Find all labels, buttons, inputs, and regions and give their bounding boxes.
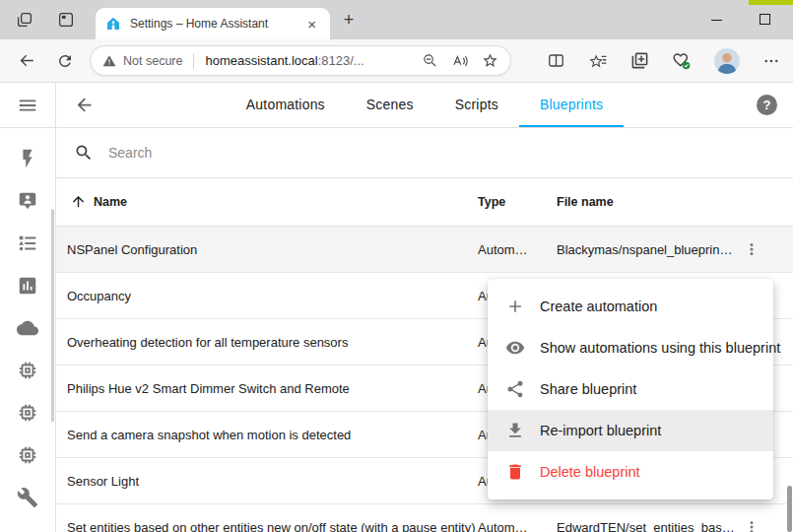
row-name: Overheating detection for all temperatur…: [67, 335, 348, 350]
menu-item-label: Show automations using this blueprint: [540, 340, 780, 356]
ha-main: Automations Scenes Scripts Blueprints ?: [56, 83, 793, 532]
table-row[interactable]: Set entities based on other entities new…: [56, 504, 793, 532]
search-input[interactable]: [108, 145, 502, 161]
chip-icon-2[interactable]: [17, 402, 38, 424]
help-button[interactable]: ?: [757, 95, 777, 115]
address-divider: [193, 53, 194, 69]
menu-item-share-blueprint[interactable]: Share blueprint: [488, 368, 773, 410]
sidebar-scrollbar-thumb[interactable]: [51, 209, 54, 422]
ha-sidebar: [0, 83, 56, 532]
row-name: Philips Hue v2 Smart Dimmer Switch and R…: [67, 381, 350, 396]
url-host: homeassistant.local: [205, 53, 317, 68]
row-name: Send a camera snapshot when motion is de…: [67, 428, 351, 442]
bulleted-list-icon[interactable]: [17, 233, 38, 254]
row-name: Occupancy: [67, 289, 131, 303]
security-label: Not secure: [123, 54, 182, 68]
favorites-icon[interactable]: [588, 51, 608, 71]
tab-scenes[interactable]: Scenes: [346, 83, 434, 127]
row-name: NSPanel Configuration: [67, 242, 197, 257]
tab-scripts[interactable]: Scripts: [434, 83, 519, 127]
new-tab-button[interactable]: +: [336, 8, 362, 33]
lightning-bolt-icon[interactable]: [17, 148, 38, 169]
search-row: [56, 128, 793, 178]
badge-account-icon[interactable]: [17, 190, 38, 212]
table-header: Name Type File name: [56, 178, 793, 227]
row-overflow-menu-icon[interactable]: [743, 240, 760, 258]
browser-toolbar: Not secure homeassistant.local :8123/...: [0, 39, 793, 83]
window-maximize-button[interactable]: [760, 14, 770, 25]
row-file: Blackymas/nspanel_blueprin…: [557, 242, 732, 257]
browser-window: Settings – Home Assistant × + Not secu: [0, 0, 793, 532]
menu-item-label: Create automation: [540, 299, 657, 314]
tab-close-icon[interactable]: ×: [303, 16, 320, 33]
ellipsis-icon[interactable]: [762, 52, 780, 70]
row-file: EdwardTEN/set_entities_bas…: [557, 520, 735, 532]
row-type: Autom…: [478, 242, 528, 257]
back-button[interactable]: [18, 51, 36, 70]
menu-item-show-automations[interactable]: Show automations using this blueprint: [488, 327, 773, 368]
home-assistant-favicon: [105, 16, 121, 32]
menu-item-label: Re-import blueprint: [540, 423, 661, 438]
column-header-name[interactable]: Name: [94, 195, 127, 209]
tab-automations[interactable]: Automations: [226, 83, 346, 127]
window-minimize-button[interactable]: [711, 20, 722, 21]
row-name: Set entities based on other entities new…: [67, 520, 476, 532]
wrench-icon[interactable]: [17, 487, 38, 508]
menu-item-label: Delete blueprint: [540, 464, 640, 480]
trash-icon: [505, 462, 525, 482]
column-header-type[interactable]: Type: [478, 195, 505, 209]
page-scrollbar-thumb[interactable]: [787, 486, 792, 532]
collections-icon[interactable]: [630, 51, 649, 70]
vertical-tabs-icon[interactable]: [57, 11, 75, 29]
split-screen-icon[interactable]: [547, 51, 565, 70]
refresh-button[interactable]: [56, 52, 74, 70]
share-icon: [505, 379, 525, 399]
ha-tab-bar: Automations Scenes Scripts Blueprints: [226, 83, 624, 127]
ha-back-arrow-icon[interactable]: [74, 95, 95, 115]
chip-icon-3[interactable]: [17, 444, 38, 466]
menu-item-delete-blueprint[interactable]: Delete blueprint: [488, 451, 773, 493]
screen-corner-strip: [749, 0, 793, 5]
home-assistant-page: Automations Scenes Scripts Blueprints ?: [0, 83, 793, 532]
read-aloud-icon[interactable]: [451, 52, 469, 70]
url-path: :8123/...: [318, 53, 364, 68]
download-icon: [505, 421, 525, 440]
add-favorite-star-icon[interactable]: [482, 52, 498, 69]
sidebar-menu-button[interactable]: [0, 83, 55, 128]
sort-arrow-up-icon[interactable]: [70, 193, 87, 210]
zoom-out-icon[interactable]: [422, 52, 438, 69]
search-icon: [74, 143, 94, 163]
row-overflow-menu-icon[interactable]: [743, 518, 760, 532]
not-secure-icon: [102, 54, 116, 68]
menu-item-create-automation[interactable]: Create automation: [488, 286, 773, 327]
tab-actions-icon[interactable]: [16, 11, 33, 29]
bar-chart-box-icon[interactable]: [17, 275, 38, 297]
eye-icon: [505, 338, 525, 358]
browser-essentials-icon[interactable]: [672, 51, 692, 71]
row-type: Autom…: [478, 520, 528, 532]
hamburger-icon: [17, 95, 38, 116]
profile-avatar[interactable]: [714, 48, 740, 74]
column-header-file[interactable]: File name: [557, 195, 614, 209]
blueprint-context-menu: Create automation Show automations using…: [488, 279, 773, 499]
cloud-icon[interactable]: [17, 317, 38, 339]
menu-item-reimport-blueprint[interactable]: Re-import blueprint: [488, 410, 773, 451]
browser-titlebar: Settings – Home Assistant × +: [0, 0, 793, 39]
chip-icon-1[interactable]: [17, 360, 38, 381]
row-name: Sensor Light: [67, 474, 139, 489]
menu-item-label: Share blueprint: [540, 381, 636, 397]
tab-blueprints[interactable]: Blueprints: [519, 83, 624, 127]
browser-tab[interactable]: Settings – Home Assistant ×: [96, 8, 330, 39]
ha-header: Automations Scenes Scripts Blueprints ?: [56, 83, 793, 128]
plus-icon: [505, 297, 525, 316]
address-bar[interactable]: Not secure homeassistant.local :8123/...: [90, 45, 511, 76]
tab-title: Settings – Home Assistant: [130, 17, 303, 31]
table-row[interactable]: NSPanel Configuration Autom… Blackymas/n…: [56, 227, 793, 273]
